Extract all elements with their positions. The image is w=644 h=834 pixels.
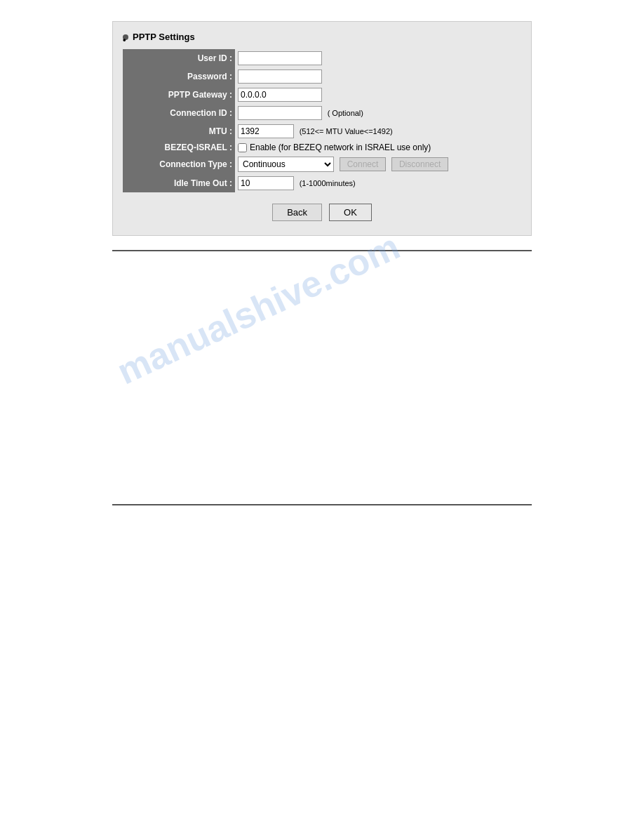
bezeq-label: BEZEQ-ISRAEL :: [123, 140, 235, 154]
idle-timeout-row: Idle Time Out : (1-1000minutes): [123, 174, 521, 192]
panel-title: • PPTP Settings: [123, 32, 521, 42]
page-wrapper: • PPTP Settings User ID : Password :: [0, 21, 644, 834]
connection-type-select[interactable]: Continuous Connect on Demand Manual: [238, 157, 334, 172]
mtu-value-cell: (512<= MTU Value<=1492): [235, 122, 521, 140]
connection-id-value-cell: ( Optional): [235, 104, 521, 122]
ok-button[interactable]: OK: [329, 204, 372, 221]
panel-title-text: PPTP Settings: [133, 32, 195, 42]
disconnect-button[interactable]: Disconnect: [391, 157, 448, 171]
password-row: Password :: [123, 67, 521, 86]
connection-id-input[interactable]: [238, 106, 322, 120]
top-divider: [112, 250, 532, 251]
bottom-divider-area: [0, 504, 644, 505]
password-input[interactable]: [238, 70, 322, 84]
connection-type-value-cell: Continuous Connect on Demand Manual Conn…: [235, 154, 521, 174]
user-id-value-cell: [235, 49, 521, 67]
bottom-divider: [112, 504, 532, 505]
bullet-icon: •: [123, 34, 128, 40]
connection-id-label: Connection ID :: [123, 104, 235, 122]
connection-id-row: Connection ID : ( Optional): [123, 104, 521, 122]
password-value-cell: [235, 67, 521, 86]
idle-timeout-hint: (1-1000minutes): [300, 179, 356, 187]
connection-type-row: Connection Type : Continuous Connect on …: [123, 154, 521, 174]
mtu-input[interactable]: [238, 124, 294, 138]
pptp-gateway-input[interactable]: [238, 88, 322, 102]
form-table: User ID : Password : PPTP Gateway :: [123, 49, 521, 192]
connection-id-hint: ( Optional): [328, 109, 363, 117]
pptp-gateway-label: PPTP Gateway :: [123, 86, 235, 104]
idle-timeout-label: Idle Time Out :: [123, 174, 235, 192]
connection-type-label: Connection Type :: [123, 154, 235, 174]
bezeq-checkbox-text: Enable (for BEZEQ network in ISRAEL use …: [250, 143, 431, 152]
settings-panel: • PPTP Settings User ID : Password :: [112, 21, 532, 236]
back-button[interactable]: Back: [272, 204, 322, 221]
bezeq-row: BEZEQ-ISRAEL : Enable (for BEZEQ network…: [123, 140, 521, 154]
connect-button[interactable]: Connect: [340, 157, 387, 171]
idle-timeout-value-cell: (1-1000minutes): [235, 174, 521, 192]
user-id-input[interactable]: [238, 51, 322, 65]
user-id-row: User ID :: [123, 49, 521, 67]
bezeq-checkbox[interactable]: [238, 143, 247, 152]
mtu-hint: (512<= MTU Value<=1492): [300, 127, 393, 135]
user-id-label: User ID :: [123, 49, 235, 67]
mtu-label: MTU :: [123, 122, 235, 140]
bezeq-checkbox-label[interactable]: Enable (for BEZEQ network in ISRAEL use …: [238, 143, 518, 152]
password-label: Password :: [123, 67, 235, 86]
buttons-row: Back OK: [123, 204, 521, 221]
mtu-row: MTU : (512<= MTU Value<=1492): [123, 122, 521, 140]
idle-timeout-input[interactable]: [238, 176, 294, 190]
bezeq-value-cell: Enable (for BEZEQ network in ISRAEL use …: [235, 140, 521, 154]
pptp-gateway-row: PPTP Gateway :: [123, 86, 521, 104]
pptp-gateway-value-cell: [235, 86, 521, 104]
